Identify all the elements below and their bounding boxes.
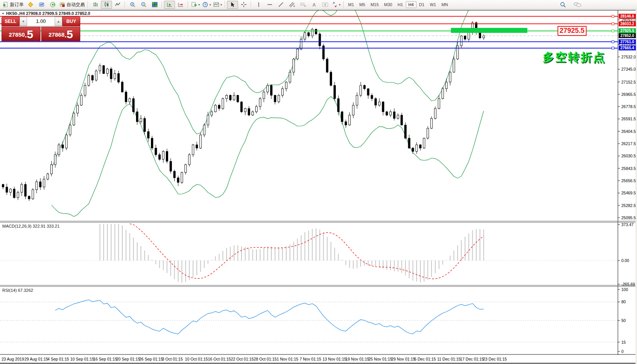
- candle-body: [36, 182, 37, 190]
- candle-body: [203, 125, 205, 135]
- price-tick-label: 25843.5: [621, 166, 636, 171]
- date-label: 13 Nov 01:15: [323, 357, 346, 361]
- candle-body: [382, 102, 384, 112]
- candle-body: [363, 86, 365, 89]
- candle-body: [92, 76, 94, 80]
- candle-body: [252, 112, 254, 115]
- candle-body: [173, 171, 175, 178]
- candle-body: [73, 113, 75, 125]
- price-tick-label: 25282.5: [621, 203, 636, 208]
- date-label: 29 Nov 01:15: [391, 357, 415, 361]
- candle-body: [352, 105, 354, 115]
- date-label: 19 Nov 01:15: [345, 357, 369, 361]
- candle-body: [177, 178, 179, 183]
- macd-axis-label: 0.00: [621, 258, 629, 263]
- candle-body: [308, 32, 310, 36]
- candle-body: [2, 184, 4, 187]
- date-label: 10 Oct 01:15: [185, 357, 208, 361]
- candle-body: [129, 99, 131, 102]
- price-tick-label: 27532.0: [621, 55, 636, 59]
- candle-body: [267, 86, 269, 92]
- chart-canvas[interactable]: [0, 0, 637, 364]
- bollinger-lower-line: [52, 97, 484, 217]
- price-tick-label: 25469.5: [621, 191, 636, 195]
- date-label: 3 Oct 01:15: [162, 357, 183, 361]
- volume-up-button[interactable]: ▲: [55, 17, 62, 26]
- candle-body: [420, 145, 421, 148]
- level-price-label: 27852.0: [619, 33, 636, 38]
- candle-body: [453, 59, 455, 72]
- candle-body: [348, 115, 350, 125]
- rsi-axis-label: 80: [621, 299, 626, 304]
- candle-body: [464, 36, 466, 39]
- one-click-collapse-arrow[interactable]: ▲: [2, 11, 5, 15]
- date-label: 10 Sep 01:15: [70, 357, 94, 361]
- candle-body: [207, 115, 209, 125]
- candle-body: [62, 145, 64, 148]
- candle-body: [103, 66, 105, 74]
- candle-body: [140, 118, 142, 122]
- candle-body: [43, 179, 45, 187]
- candle-body: [460, 36, 462, 46]
- candle-body: [360, 86, 362, 95]
- candle-body: [69, 125, 71, 135]
- date-label: 23 Dec 01:15: [483, 357, 507, 361]
- candle-body: [390, 112, 392, 115]
- macd-signal-line: [130, 224, 484, 279]
- candle-body: [122, 82, 123, 92]
- candle-body: [233, 95, 235, 100]
- candle-body: [330, 72, 332, 86]
- chart-title: HK50-,H4 27908.0 27909.5 27849.0 27852.0: [6, 11, 90, 16]
- candle-body: [151, 138, 153, 148]
- candle-body: [371, 95, 373, 99]
- candle-body: [155, 148, 157, 155]
- buy-price-button[interactable]: 27868.5: [41, 27, 80, 41]
- level-line-handle: [612, 15, 614, 18]
- sell-price-main: 27850: [9, 30, 25, 40]
- level-price-label: 27665.4: [619, 45, 636, 50]
- candle-body: [401, 115, 403, 125]
- candle-body: [431, 118, 433, 128]
- candle-body: [241, 102, 243, 112]
- candle-body: [229, 95, 231, 100]
- candle-body: [133, 99, 135, 112]
- date-label: 16 Sep 01:15: [93, 357, 117, 361]
- sell-price-button[interactable]: 27850.5: [2, 27, 41, 41]
- candle-body: [214, 105, 216, 112]
- level-line-handle: [612, 40, 614, 43]
- candle-body: [311, 29, 313, 36]
- candle-body: [17, 193, 19, 198]
- buy-button[interactable]: BUY: [62, 16, 80, 26]
- price-callout-box[interactable]: 27925.5: [558, 26, 587, 36]
- candle-body: [125, 92, 127, 102]
- date-label: 5 Dec 01:15: [414, 357, 436, 361]
- sell-button[interactable]: SELL: [2, 16, 19, 26]
- level-line-handle: [612, 30, 614, 32]
- rsi-axis-label: 50: [621, 318, 626, 323]
- pivot-zone-rectangle[interactable]: [451, 28, 527, 33]
- candle-body: [222, 99, 224, 108]
- date-label: 17 Dec 01:15: [460, 357, 484, 361]
- candle-body: [118, 73, 120, 82]
- candle-body: [412, 148, 414, 152]
- volume-value[interactable]: 1.00: [27, 17, 55, 26]
- candle-body: [263, 92, 265, 99]
- level-price-label: 28033.2: [619, 21, 636, 26]
- candle-body: [326, 59, 328, 72]
- candle-body: [21, 184, 23, 193]
- candle-body: [259, 99, 261, 107]
- candle-body: [397, 115, 399, 118]
- macd-label: MACD(12,26,9) 322.91 333.21: [2, 224, 60, 228]
- candle-body: [337, 99, 339, 112]
- candle-body: [438, 99, 440, 108]
- level-price-label: 27761.0: [619, 39, 636, 44]
- price-tick-label: 27152.5: [621, 80, 636, 84]
- date-label: 26 Sep 01:15: [139, 357, 163, 361]
- candle-body: [147, 132, 149, 138]
- candle-body: [244, 108, 246, 112]
- volume-down-button[interactable]: ▼: [19, 17, 27, 26]
- rsi-axis-label: 100: [621, 287, 628, 292]
- candle-body: [278, 95, 280, 102]
- rsi-label: RSI(14) 67.3262: [2, 288, 33, 293]
- candle-body: [282, 89, 284, 95]
